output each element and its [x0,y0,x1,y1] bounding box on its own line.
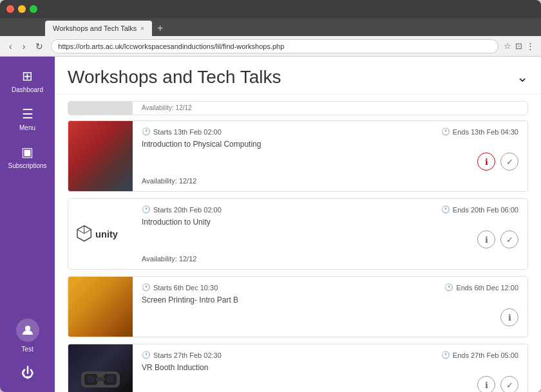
card-actions-unity: ℹ ✓ [142,230,518,248]
card-title-vr: VR Booth Induction [142,363,518,372]
card-body-vr: 🕐 Starts 27th Feb 02:30 🕐 Ends 27th Feb … [133,344,527,392]
svg-rect-11 [96,377,105,381]
sidebar-item-subscriptions[interactable]: ▣ Subscriptions [0,139,55,174]
screenprint-image [68,277,133,337]
svg-line-3 [77,229,84,233]
info-button-physical[interactable]: ℹ [477,153,495,171]
card-actions-screenprint: ℹ [142,308,518,326]
sidebar: ⊞ Dashboard ☰ Menu ▣ Subscriptions Te [0,57,55,392]
app-container: ⊞ Dashboard ☰ Menu ▣ Subscriptions Te [0,57,541,392]
vr-image [68,344,133,392]
sidebar-item-dashboard[interactable]: ⊞ Dashboard [0,63,55,98]
tab-close-button[interactable]: × [140,25,144,32]
address-input[interactable] [51,39,498,53]
address-bar: ‹ › ↻ ☆ ⊡ ⋮ [0,36,541,57]
card-times-vr: 🕐 Starts 27th Feb 02:30 🕐 Ends 27th Feb … [142,351,518,359]
card-title-physical: Introduction to Physical Computing [142,140,518,149]
workshop-card-unity: unity 🕐 Starts 20th Feb 02:00 🕐 [68,198,528,270]
tab-title: Workshops and Tech Talks [53,24,137,32]
check-button-physical[interactable]: ✓ [500,153,518,171]
svg-text:unity: unity [95,229,119,239]
availability-physical: Availability: 12/12 [142,177,518,185]
svg-line-4 [84,229,91,233]
tab-bar: Workshops and Tech Talks × + [0,18,541,36]
clock-icon-end-unity: 🕐 [441,205,450,214]
start-time-unity: 🕐 Starts 20th Feb 02:00 [142,205,222,214]
sidebar-label-subscriptions: Subscriptions [8,162,46,169]
clock-icon-start-unity: 🕐 [142,205,151,214]
clock-icon-end: 🕐 [441,127,450,136]
end-time-screenprint: 🕐 Ends 6th Dec 12:00 [444,283,518,292]
card-body-unity: 🕐 Starts 20th Feb 02:00 🕐 Ends 20th Feb … [133,199,527,269]
chevron-down-icon[interactable]: ⌄ [517,69,528,86]
page-header: Workshops and Tech Talks ⌄ [55,57,541,95]
sidebar-label-menu: Menu [19,124,35,131]
end-time-physical: 🕐 Ends 13th Feb 04:30 [441,127,518,136]
partial-availability: Availability: 12/12 [133,102,527,115]
back-button[interactable]: ‹ [6,40,15,53]
svg-point-0 [25,326,30,331]
star-icon[interactable]: ☆ [504,41,511,51]
clock-icon-start-vr: 🕐 [142,351,151,359]
card-actions-vr: ℹ ✓ [142,376,518,392]
clock-icon-start-screenprint: 🕐 [142,283,151,292]
info-button-unity[interactable]: ℹ [477,230,495,248]
card-image-unity: unity [68,199,133,269]
new-tab-button[interactable]: + [152,21,168,36]
card-body-screenprint: 🕐 Starts 6th Dec 10:30 🕐 Ends 6th Dec 12… [133,277,527,337]
card-times-unity: 🕐 Starts 20th Feb 02:00 🕐 Ends 20th Feb … [142,205,518,214]
menu-icon: ☰ [22,106,33,122]
clock-icon-start: 🕐 [142,127,151,136]
unity-logo: unity [68,199,133,269]
card-title-screenprint: Screen Printing- Intro Part B [142,295,518,304]
close-button[interactable] [6,5,14,13]
end-time-vr: 🕐 Ends 27th Feb 05:00 [441,351,518,359]
clock-icon-end-vr: 🕐 [441,351,450,359]
card-times-physical: 🕐 Starts 13th Feb 02:00 🕐 Ends 13th Feb … [142,127,518,136]
check-button-vr[interactable]: ✓ [500,376,518,392]
cast-icon[interactable]: ⊡ [515,41,522,51]
avatar [16,319,39,342]
subscriptions-icon: ▣ [21,144,33,160]
card-body-physical: 🕐 Starts 13th Feb 02:00 🕐 Ends 13th Feb … [133,121,527,191]
start-time-screenprint: 🕐 Starts 6th Dec 10:30 [142,283,218,292]
card-actions-physical: ℹ ✓ [142,153,518,171]
workshop-card-screenprint: 🕐 Starts 6th Dec 10:30 🕐 Ends 6th Dec 12… [68,276,528,337]
info-button-screenprint[interactable]: ℹ [500,308,518,326]
svg-point-9 [87,375,95,383]
card-times-screenprint: 🕐 Starts 6th Dec 10:30 🕐 Ends 6th Dec 12… [142,283,518,292]
workshop-list: Availability: 12/12 🕐 Starts 13th Feb 02… [55,95,541,392]
minimize-button[interactable] [18,5,26,13]
menu-icon[interactable]: ⋮ [526,41,535,51]
browser-toolbar-icons: ☆ ⊡ ⋮ [504,41,535,51]
physical-computing-image [68,121,133,191]
card-image-screenprint [68,277,133,337]
sidebar-power[interactable]: ⏻ [0,360,55,386]
active-tab[interactable]: Workshops and Tech Talks × [45,21,152,36]
workshop-card-physical: 🕐 Starts 13th Feb 02:00 🕐 Ends 13th Feb … [68,120,528,192]
dashboard-icon: ⊞ [22,68,33,84]
partial-card: Availability: 12/12 [68,101,528,115]
sidebar-item-menu[interactable]: ☰ Menu [0,101,55,136]
reload-button[interactable]: ↻ [33,40,46,53]
check-button-unity[interactable]: ✓ [500,230,518,248]
browser-window: Workshops and Tech Talks × + ‹ › ↻ ☆ ⊡ ⋮… [0,0,541,392]
card-image-vr [68,344,133,392]
workshop-card-vr: 🕐 Starts 27th Feb 02:30 🕐 Ends 27th Feb … [68,344,528,392]
info-button-vr[interactable]: ℹ [477,376,495,392]
sidebar-label-dashboard: Dashboard [12,86,43,93]
forward-button[interactable]: › [20,40,28,53]
clock-icon-end-screenprint: 🕐 [444,283,453,292]
sidebar-user[interactable]: Test [0,313,55,358]
svg-point-10 [106,375,114,383]
start-time-physical: 🕐 Starts 13th Feb 02:00 [142,127,222,136]
start-time-vr: 🕐 Starts 27th Feb 02:30 [142,351,222,359]
card-title-unity: Introduction to Unity [142,218,518,227]
end-time-unity: 🕐 Ends 20th Feb 06:00 [441,205,518,214]
sidebar-user-label: Test [21,346,33,353]
main-content: Workshops and Tech Talks ⌄ Availability:… [55,57,541,392]
maximize-button[interactable] [30,5,37,13]
power-icon: ⏻ [21,366,34,380]
availability-unity: Availability: 12/12 [142,255,518,263]
page-title: Workshops and Tech Talks [68,67,281,88]
